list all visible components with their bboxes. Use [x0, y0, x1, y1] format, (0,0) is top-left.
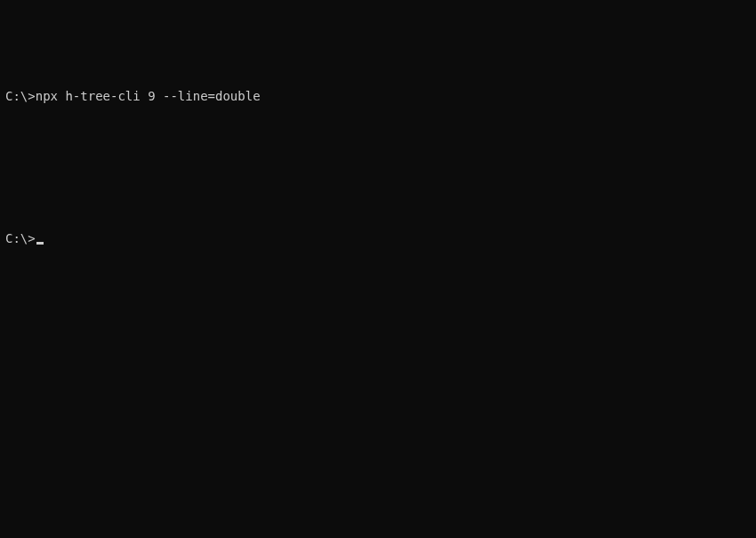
prompt-line-1: C:\>npx h-tree-cli 9 --line=double — [5, 89, 751, 103]
command-text: npx h-tree-cli 9 --line=double — [36, 89, 261, 103]
blank-line — [5, 189, 751, 203]
blank-line — [5, 132, 751, 146]
prompt-text: C:\> — [5, 89, 36, 103]
terminal-window[interactable]: C:\>npx h-tree-cli 9 --line=double C:\> — [0, 57, 756, 263]
cursor — [36, 242, 44, 245]
prompt-text: C:\> — [5, 231, 36, 245]
prompt-line-2[interactable]: C:\> — [5, 231, 751, 245]
